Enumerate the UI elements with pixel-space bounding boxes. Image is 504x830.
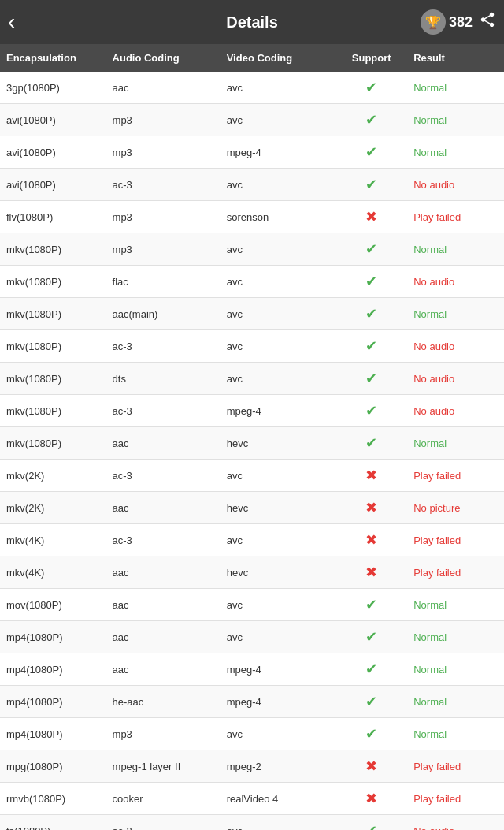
cell-video: mpeg-4 xyxy=(224,686,333,718)
check-icon: ✔ xyxy=(365,629,377,645)
cross-icon: ✖ xyxy=(365,758,377,774)
check-icon: ✔ xyxy=(365,823,377,830)
cell-support: ✖ xyxy=(332,556,410,589)
cell-result: Play failed xyxy=(410,750,504,783)
cell-support: ✔ xyxy=(332,653,410,686)
table-row: ts(1080P) ac-3 avc ✔ No audio xyxy=(0,815,504,831)
cell-support: ✔ xyxy=(332,395,410,427)
cell-audio: ac-3 xyxy=(109,395,224,427)
cell-result: Play failed xyxy=(410,460,504,492)
cell-encapsulation: ts(1080P) xyxy=(0,815,109,831)
cell-audio: aac xyxy=(109,621,224,653)
col-encapsulation: Encapsulation xyxy=(0,44,109,72)
cell-result: Play failed xyxy=(410,201,504,233)
details-table: Encapsulation Audio Coding Video Coding … xyxy=(0,44,504,830)
cell-audio: aac xyxy=(109,427,224,460)
check-icon: ✔ xyxy=(365,144,377,160)
cell-result: No audio xyxy=(410,169,504,201)
cell-video: avc xyxy=(224,460,333,492)
cell-audio: aac xyxy=(109,653,224,686)
cell-audio: ac-3 xyxy=(109,330,224,363)
cell-video: avc xyxy=(224,298,333,330)
cell-video: avc xyxy=(224,233,333,266)
cell-encapsulation: mkv(4K) xyxy=(0,524,109,556)
cell-result: Play failed xyxy=(410,524,504,556)
cell-result: Normal xyxy=(410,653,504,686)
col-support: Support xyxy=(332,44,410,72)
cell-encapsulation: mkv(1080P) xyxy=(0,233,109,266)
cell-encapsulation: avi(1080P) xyxy=(0,169,109,201)
cell-video: avc xyxy=(224,621,333,653)
cross-icon: ✖ xyxy=(365,791,377,806)
table-body: 3gp(1080P) aac avc ✔ Normal avi(1080P) m… xyxy=(0,72,504,830)
cell-audio: ac-3 xyxy=(109,815,224,831)
cell-support: ✖ xyxy=(332,492,410,524)
cell-support: ✔ xyxy=(332,233,410,266)
cell-support: ✔ xyxy=(332,427,410,460)
cross-icon: ✖ xyxy=(365,532,377,548)
cell-audio: mp3 xyxy=(109,136,224,169)
col-audio: Audio Coding xyxy=(109,44,224,72)
header-right: 🏆 382 xyxy=(421,9,496,35)
cell-result: Normal xyxy=(410,104,504,136)
cell-encapsulation: mov(1080P) xyxy=(0,589,109,621)
cell-encapsulation: mkv(1080P) xyxy=(0,363,109,395)
cell-audio: aac xyxy=(109,589,224,621)
cell-audio: ac-3 xyxy=(109,460,224,492)
cell-support: ✖ xyxy=(332,750,410,783)
cell-result: Normal xyxy=(410,298,504,330)
cell-result: No audio xyxy=(410,395,504,427)
cell-audio: aac xyxy=(109,492,224,524)
cell-encapsulation: mp4(1080P) xyxy=(0,653,109,686)
cell-audio: cooker xyxy=(109,783,224,815)
cell-video: mpeg-2 xyxy=(224,750,333,783)
cell-encapsulation: flv(1080P) xyxy=(0,201,109,233)
col-result: Result xyxy=(410,44,504,72)
table-wrapper: Encapsulation Audio Coding Video Coding … xyxy=(0,44,504,830)
cell-video: avc xyxy=(224,363,333,395)
cell-support: ✔ xyxy=(332,621,410,653)
table-row: mov(1080P) aac avc ✔ Normal xyxy=(0,589,504,621)
cell-audio: dts xyxy=(109,363,224,395)
cell-video: hevc xyxy=(224,427,333,460)
table-row: mkv(2K) ac-3 avc ✖ Play failed xyxy=(0,460,504,492)
cell-result: Normal xyxy=(410,686,504,718)
cell-encapsulation: mkv(2K) xyxy=(0,492,109,524)
check-icon: ✔ xyxy=(365,306,377,322)
cell-support: ✖ xyxy=(332,460,410,492)
cell-encapsulation: mpg(1080P) xyxy=(0,750,109,783)
cell-video: mpeg-4 xyxy=(224,395,333,427)
table-row: mkv(1080P) aac(main) avc ✔ Normal xyxy=(0,298,504,330)
cell-audio: mp3 xyxy=(109,718,224,750)
check-icon: ✔ xyxy=(365,177,377,192)
check-icon: ✔ xyxy=(365,241,377,257)
share-icon[interactable] xyxy=(479,11,496,33)
table-row: 3gp(1080P) aac avc ✔ Normal xyxy=(0,72,504,104)
cell-support: ✔ xyxy=(332,169,410,201)
cell-result: No audio xyxy=(410,363,504,395)
cell-support: ✔ xyxy=(332,718,410,750)
table-row: mkv(4K) aac hevc ✖ Play failed xyxy=(0,556,504,589)
cell-support: ✔ xyxy=(332,363,410,395)
check-icon: ✔ xyxy=(365,112,377,128)
cell-video: avc xyxy=(224,169,333,201)
table-row: mkv(2K) aac hevc ✖ No picture xyxy=(0,492,504,524)
cell-support: ✔ xyxy=(332,136,410,169)
check-icon: ✔ xyxy=(365,80,377,95)
table-row: avi(1080P) mp3 mpeg-4 ✔ Normal xyxy=(0,136,504,169)
cell-encapsulation: mkv(1080P) xyxy=(0,395,109,427)
cell-result: Play failed xyxy=(410,556,504,589)
cell-video: hevc xyxy=(224,556,333,589)
cell-result: Normal xyxy=(410,233,504,266)
table-row: mkv(1080P) ac-3 mpeg-4 ✔ No audio xyxy=(0,395,504,427)
back-button[interactable]: ‹ xyxy=(8,9,15,35)
cell-video: avc xyxy=(224,330,333,363)
cell-audio: aac(main) xyxy=(109,298,224,330)
check-icon: ✔ xyxy=(365,274,377,289)
table-row: flv(1080P) mp3 sorenson ✖ Play failed xyxy=(0,201,504,233)
cell-audio: flac xyxy=(109,266,224,298)
cell-encapsulation: mp4(1080P) xyxy=(0,718,109,750)
cell-support: ✔ xyxy=(332,330,410,363)
cell-video: hevc xyxy=(224,492,333,524)
cell-audio: mpeg-1 layer II xyxy=(109,750,224,783)
